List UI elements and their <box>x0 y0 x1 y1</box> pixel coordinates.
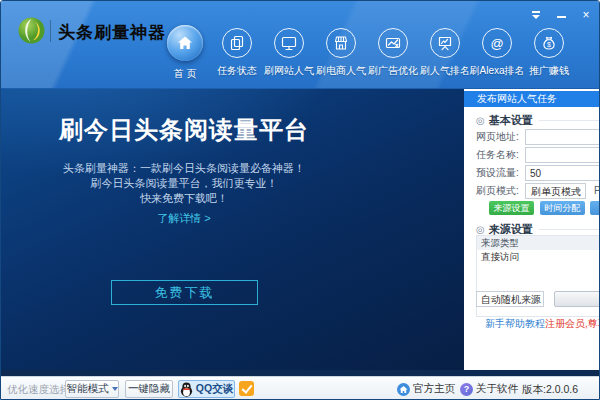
nav-label: 刷电商人气 <box>316 64 366 78</box>
field-label: 预设流量: <box>476 165 524 181</box>
chevron-down-icon <box>533 298 539 302</box>
question-icon: ? <box>460 383 473 396</box>
free-download-button[interactable]: 免费下载 <box>111 280 258 305</box>
skin-menu-button[interactable] <box>529 8 543 22</box>
logo-divider <box>50 20 51 42</box>
field-label: 刷页模式: <box>476 183 524 199</box>
qq-penguin-icon <box>180 382 193 397</box>
nav-label: 首 页 <box>174 67 197 81</box>
task-status-icon <box>222 28 252 58</box>
minimize-button[interactable] <box>554 8 568 22</box>
url-input[interactable] <box>525 129 600 145</box>
nav-label: 推广赚钱 <box>529 64 569 78</box>
hero-description: 头条刷量神器：一款刷今日头条阅读量必备神器！ 刷今日头条阅读量平台，我们更专业！… <box>1 161 367 206</box>
qq-chat-label: QQ交谈 <box>196 382 233 396</box>
svg-text:$: $ <box>547 41 551 48</box>
source-mode-select[interactable]: 自动随机来源 <box>476 291 544 307</box>
ecommerce-traffic-icon <box>326 28 356 58</box>
table-row[interactable]: 直接访问 没 <box>477 249 600 263</box>
nav-item-popularity-rank[interactable]: 刷人气排名 <box>419 25 471 81</box>
section-title: 基本设置 <box>489 113 533 128</box>
smart-mode-button[interactable]: 智能模式 <box>65 380 119 398</box>
official-home-label: 官方主页 <box>413 382 455 396</box>
version-label: 版本:2.0.0.6 <box>522 383 578 397</box>
home-icon <box>397 383 410 396</box>
basic-settings-section: ◎ 基本设置 <box>476 113 600 128</box>
hero-section: 刷今日头条阅读量平台 头条刷量神器：一款刷今日头条阅读量必备神器！ 刷今日头条阅… <box>1 89 464 370</box>
nav-item-ad-optimize[interactable]: 刷广告优化 <box>367 25 419 81</box>
field-label: 网页地址: <box>476 129 524 145</box>
about-software-link[interactable]: ? 关于软件 <box>460 382 518 396</box>
section-rule <box>539 120 600 121</box>
task-panel: 发布网站人气任务 ◎ 基本设置 网页地址: 任务名称: 预设流量: 刷页模式: … <box>464 89 600 370</box>
one-key-hide-button[interactable]: 一键隐藏 <box>125 380 173 398</box>
page-mode-select[interactable]: 刷单页模式 <box>525 183 586 199</box>
nav-item-ecommerce-traffic[interactable]: 刷电商人气 <box>315 25 367 81</box>
qq-enabled-checkbox[interactable] <box>239 381 254 396</box>
task-name-input[interactable] <box>525 147 600 163</box>
minimize-icon <box>557 16 566 18</box>
browse-button[interactable]: 浏览 <box>590 201 600 215</box>
nav-item-home[interactable]: 首 页 <box>159 25 211 81</box>
svg-text:@: @ <box>490 36 503 51</box>
website-traffic-icon <box>274 28 304 58</box>
title-nav-bar: 头条刷量神器 × 首 页 任务状态 <box>1 1 600 89</box>
nav-label: 刷人气排名 <box>420 64 470 78</box>
qq-chat-button[interactable]: QQ交谈 <box>178 380 235 398</box>
ad-optimize-icon <box>378 28 408 58</box>
nav-label: 任务状态 <box>217 64 257 78</box>
official-home-link[interactable]: 官方主页 <box>397 382 455 396</box>
source-type-cell: 直接访问 <box>481 251 519 262</box>
status-bar: 优化速度选择： 智能模式 一键隐藏 QQ交谈 官方主页 ? 关于软件 版本 <box>1 376 600 400</box>
gear-icon: ◎ <box>476 115 485 126</box>
app-logo-icon <box>18 17 45 44</box>
section-rule <box>539 229 600 230</box>
app-window: 头条刷量神器 × 首 页 任务状态 <box>0 0 600 400</box>
close-button[interactable]: × <box>579 8 593 22</box>
chevron-down-icon <box>575 190 581 194</box>
source-list-empty-area <box>477 263 600 316</box>
field-label: 任务名称: <box>476 147 524 163</box>
beginner-help-link[interactable]: 新手帮助教程 <box>485 317 545 331</box>
hero-title: 刷今日头条阅读量平台 <box>1 114 367 146</box>
window-controls: × <box>529 8 593 22</box>
pv-suffix-label: PV <box>594 185 600 196</box>
time-allocation-button[interactable]: 时间分配 <box>540 201 585 215</box>
main-nav: 首 页 任务状态 刷网站人气 刷电商人气 <box>159 25 575 81</box>
hero-line: 刷今日头条阅读量平台，我们更专业！ <box>1 176 367 191</box>
alexa-rank-icon: @ <box>482 28 512 58</box>
hero-line: 快来免费下载吧！ <box>1 191 367 206</box>
learn-more-link[interactable]: 了解详情 > <box>1 211 367 226</box>
page-mode-value: 刷单页模式 <box>531 186 581 197</box>
table-header: 来源类型 <box>477 236 600 249</box>
nav-item-alexa-rank[interactable]: @ 刷Alexa排名 <box>471 25 523 81</box>
nav-label: 刷Alexa排名 <box>470 64 525 78</box>
nav-label: 刷广告优化 <box>368 64 418 78</box>
panel-header: 发布网站人气任务 <box>464 91 600 107</box>
about-software-label: 关于软件 <box>476 382 518 396</box>
skin-menu-icon <box>531 10 541 19</box>
source-mode-value: 自动随机来源 <box>481 294 541 305</box>
smart-mode-label: 智能模式 <box>67 382 109 396</box>
promote-earn-icon: $ <box>534 28 564 58</box>
gear-icon: ◎ <box>476 224 485 235</box>
nav-item-promote-earn[interactable]: $ 推广赚钱 <box>523 25 575 81</box>
nav-label: 刷网站人气 <box>264 64 314 78</box>
source-action-button[interactable] <box>554 291 600 307</box>
member-register-notice[interactable]: 注册会员,尊享会员服务 <box>545 317 600 331</box>
chevron-down-icon <box>112 387 118 391</box>
home-icon <box>167 25 203 61</box>
nav-item-website-traffic[interactable]: 刷网站人气 <box>263 25 315 81</box>
nav-item-task-status[interactable]: 任务状态 <box>211 25 263 81</box>
preset-traffic-input[interactable] <box>525 165 600 181</box>
popularity-rank-icon <box>430 28 460 58</box>
hero-line: 头条刷量神器：一款刷今日头条阅读量必备神器！ <box>1 161 367 176</box>
source-settings-button[interactable]: 来源设置 <box>489 201 534 215</box>
app-title: 头条刷量神器 <box>58 21 166 44</box>
